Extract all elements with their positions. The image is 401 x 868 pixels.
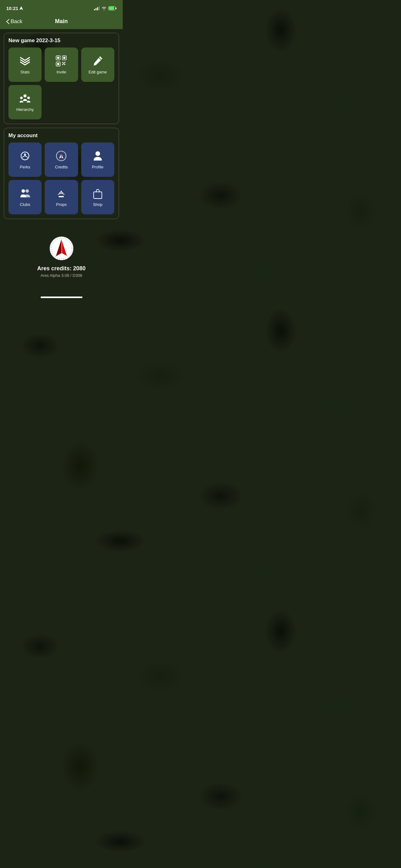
clubs-label: Clubs [20, 202, 30, 207]
profile-button[interactable]: Profile [81, 143, 114, 177]
stats-label: Stats [20, 70, 30, 74]
svg-point-19 [24, 94, 27, 97]
signal-icon [94, 6, 100, 10]
status-icons [94, 6, 116, 10]
back-chevron-icon [6, 19, 9, 24]
svg-rect-6 [115, 7, 116, 9]
shop-button[interactable]: Shop [81, 180, 114, 214]
svg-rect-9 [57, 57, 59, 59]
game-section-title: New game 2022-3-15 [8, 37, 114, 44]
props-button[interactable]: Props [45, 180, 78, 214]
svg-point-25 [95, 151, 100, 156]
svg-rect-4 [99, 6, 100, 10]
game-second-row: Hierarchy [8, 85, 114, 119]
svg-rect-1 [94, 9, 95, 10]
nav-bar: Back Main [0, 15, 123, 29]
perks-button[interactable]: Perks [8, 143, 41, 177]
battery-icon [108, 6, 116, 10]
svg-rect-18 [63, 63, 64, 64]
svg-rect-3 [97, 7, 98, 10]
props-label: Props [56, 202, 67, 207]
account-section-title: My account [8, 132, 114, 139]
hierarchy-label: Hierarchy [16, 107, 34, 112]
svg-point-20 [20, 97, 23, 99]
svg-rect-14 [63, 62, 63, 63]
perks-icon [20, 150, 31, 161]
svg-point-32 [99, 191, 100, 192]
invite-button[interactable]: Invite [45, 48, 78, 82]
clubs-button[interactable]: Clubs [8, 180, 41, 214]
hierarchy-icon [20, 93, 31, 104]
svg-point-31 [96, 191, 97, 192]
status-bar: 10:21 [0, 0, 123, 15]
account-section: My account Perks [4, 128, 119, 219]
home-indicator [41, 297, 82, 298]
shop-icon [92, 188, 103, 199]
svg-rect-16 [63, 64, 63, 65]
props-icon [56, 188, 67, 199]
credits-label: Credits [55, 165, 68, 169]
edit-icon [92, 55, 103, 67]
stats-button[interactable]: Stats [8, 48, 41, 82]
svg-marker-0 [20, 6, 23, 10]
nav-title: Main [55, 18, 68, 25]
svg-point-29 [61, 191, 62, 192]
edit-game-label: Edit game [89, 70, 107, 74]
svg-rect-7 [109, 7, 114, 10]
hierarchy-button[interactable]: Hierarchy [8, 85, 41, 119]
edit-game-button[interactable]: Edit game [81, 48, 114, 82]
location-icon [20, 6, 23, 10]
wifi-icon [101, 6, 106, 10]
svg-point-27 [26, 189, 29, 192]
ares-version-text: Ares Alpha 3.08 / D308 [41, 273, 82, 278]
invite-label: Invite [57, 70, 66, 74]
perks-label: Perks [20, 165, 30, 169]
back-label: Back [11, 19, 23, 25]
back-button[interactable]: Back [6, 19, 23, 25]
time-display: 10:21 [6, 6, 18, 11]
ares-credits-text: Ares credits: 2080 [37, 265, 86, 272]
game-section: New game 2022-3-15 Stats [4, 33, 119, 124]
footer-section: Ares credits: 2080 Ares Alpha 3.08 / D30… [0, 226, 123, 290]
svg-rect-28 [59, 196, 64, 197]
account-button-grid: Perks Credits Pr [8, 143, 114, 214]
svg-rect-13 [57, 63, 59, 65]
stats-icon [20, 55, 31, 67]
qr-icon [56, 55, 67, 67]
svg-rect-30 [94, 192, 102, 198]
shop-label: Shop [93, 202, 102, 207]
svg-rect-2 [96, 8, 97, 10]
game-button-grid: Stats Invite [8, 48, 114, 82]
profile-icon [92, 150, 103, 161]
svg-point-21 [28, 97, 30, 99]
profile-label: Profile [92, 165, 103, 169]
clubs-icon [20, 188, 31, 199]
svg-point-26 [22, 189, 25, 192]
svg-rect-11 [63, 57, 66, 59]
svg-rect-15 [64, 62, 65, 63]
credits-button[interactable]: Credits [45, 143, 78, 177]
svg-rect-17 [64, 64, 65, 65]
main-content: New game 2022-3-15 Stats [0, 29, 123, 226]
ares-logo [49, 236, 74, 261]
credits-icon [56, 150, 67, 161]
status-time: 10:21 [6, 6, 23, 11]
